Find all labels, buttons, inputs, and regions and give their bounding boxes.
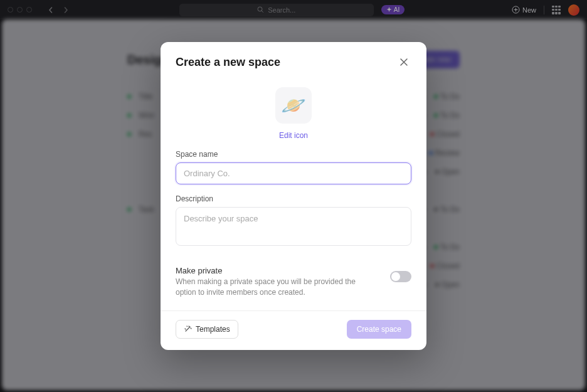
space-name-input[interactable] (176, 162, 411, 184)
close-icon (399, 58, 408, 66)
space-icon-preview[interactable]: 🪐 (275, 87, 312, 124)
make-private-title: Make private (176, 266, 378, 275)
make-private-description: When making a private space you will be … (176, 277, 378, 298)
space-name-label: Space name (176, 150, 411, 159)
modal-title: Create a new space (176, 56, 280, 69)
templates-button[interactable]: Templates (176, 320, 238, 339)
private-toggle[interactable] (390, 271, 411, 282)
templates-label: Templates (196, 325, 230, 334)
edit-icon-link[interactable]: Edit icon (279, 131, 308, 140)
close-button[interactable] (396, 55, 411, 70)
wand-icon (184, 325, 192, 333)
create-space-button[interactable]: Create space (347, 320, 411, 339)
description-input[interactable] (176, 207, 411, 246)
modal-overlay: Create a new space 🪐 Edit icon Space nam… (0, 0, 587, 392)
create-space-modal: Create a new space 🪐 Edit icon Space nam… (161, 42, 426, 350)
planet-icon: 🪐 (281, 93, 306, 117)
description-label: Description (176, 194, 411, 203)
